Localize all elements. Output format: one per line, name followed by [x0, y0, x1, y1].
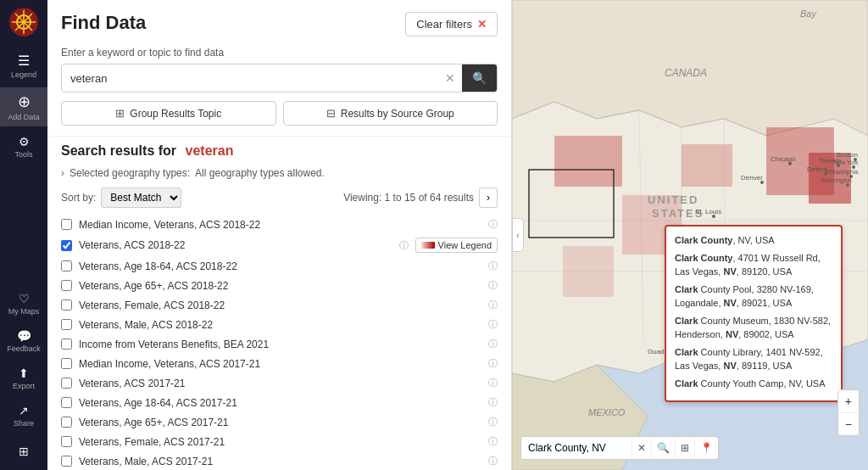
map-location-button[interactable]: 📍 — [694, 438, 718, 458]
group-by-topic-button[interactable]: ⊞ Group Results Topic — [61, 101, 276, 126]
list-item: Veterans, Female, ACS 2018-22ⓘ — [61, 295, 498, 315]
svg-rect-13 — [682, 144, 732, 187]
app-logo[interactable] — [8, 7, 39, 37]
viewing-count: Viewing: 1 to 15 of 64 results — [343, 192, 474, 204]
popup-bold-4: Clark — [675, 316, 698, 326]
search-input[interactable] — [62, 65, 438, 92]
sidebar-item-grid[interactable]: ⊞ — [0, 439, 47, 463]
search-button[interactable]: 🔍 — [462, 64, 497, 92]
main-panel: Find Data Clear filters ✕ Enter a keywor… — [47, 0, 512, 470]
geo-arrow-icon[interactable]: › — [61, 167, 64, 179]
result-label-5: Veterans, Female, ACS 2018-22 — [79, 299, 481, 311]
result-checkbox-9[interactable] — [61, 378, 72, 389]
group-source-label: Results by Source Group — [341, 108, 454, 120]
result-checkbox-6[interactable] — [61, 319, 72, 330]
list-item: Veterans, Age 18-64, ACS 2017-21ⓘ — [61, 393, 498, 412]
result-checkbox-3[interactable] — [61, 260, 72, 271]
sidebar-item-tools[interactable]: ⚙ Tools — [0, 130, 47, 164]
svg-rect-18 — [563, 246, 614, 297]
sidebar-item-add-data[interactable]: ⊕ Add Data — [0, 87, 47, 126]
search-clear-button[interactable]: ✕ — [438, 66, 462, 90]
sidebar-item-label-add-data: Add Data — [8, 113, 40, 121]
group-topic-label: Group Results Topic — [130, 108, 221, 120]
result-label-2: Veterans, ACS 2018-22 — [79, 239, 392, 251]
export-icon: ⬆ — [19, 366, 29, 380]
sidebar-item-share[interactable]: ↗ Share — [0, 399, 47, 433]
sidebar-item-label-share: Share — [14, 419, 34, 428]
zoom-in-button[interactable]: + — [838, 390, 859, 413]
collapse-handle[interactable]: ‹ — [512, 218, 524, 252]
feedback-icon: 💬 — [17, 329, 31, 343]
list-item: Veterans, Age 65+, ACS 2017-21ⓘ — [61, 412, 498, 432]
grid-icon: ⊞ — [19, 445, 29, 458]
svg-text:Chicago: Chicago — [771, 155, 796, 163]
page-title: Find Data — [61, 12, 146, 34]
zoom-controls: + − — [837, 389, 860, 436]
zoom-out-button[interactable]: − — [838, 413, 859, 435]
sidebar-item-label-export: Export — [13, 382, 35, 390]
popup-entry-3: Clark County Pool, 3280 NV-169, Logandal… — [675, 283, 832, 311]
info-icon-3[interactable]: ⓘ — [488, 260, 498, 272]
group-buttons: ⊞ Group Results Topic ⊟ Results by Sourc… — [47, 101, 511, 136]
sort-select[interactable]: Best Match — [101, 187, 181, 208]
result-checkbox-5[interactable] — [61, 299, 72, 311]
legend-icon: ☰ — [18, 53, 30, 69]
result-checkbox-10[interactable] — [61, 397, 72, 408]
result-checkbox-7[interactable] — [61, 339, 72, 350]
info-icon-2[interactable]: ⓘ — [399, 239, 409, 252]
info-icon-9[interactable]: ⓘ — [488, 377, 498, 389]
popup-bold-2: Clark County — [675, 253, 732, 263]
sort-right: Viewing: 1 to 15 of 64 results › — [343, 187, 498, 208]
info-icon-1[interactable]: ⓘ — [488, 218, 498, 231]
list-item: Median Income, Veterans, ACS 2018-22ⓘ — [61, 215, 498, 234]
map-clear-button[interactable]: ✕ — [632, 438, 651, 458]
info-icon-6[interactable]: ⓘ — [488, 318, 498, 331]
result-label-10: Veterans, Age 18-64, ACS 2017-21 — [79, 397, 481, 409]
map-search-button[interactable]: 🔍 — [651, 438, 675, 458]
info-icon-10[interactable]: ⓘ — [488, 396, 498, 409]
map-panel: Bay CANADA UNITED STATES MEXICO Denver C… — [512, 0, 868, 470]
svg-text:CANADA: CANADA — [665, 67, 707, 79]
info-icon-4[interactable]: ⓘ — [488, 279, 498, 292]
result-checkbox-8[interactable] — [61, 358, 72, 369]
view-legend-button-2[interactable]: View Legend — [415, 238, 498, 253]
list-item: Median Income, Veterans, ACS 2017-21ⓘ — [61, 354, 498, 373]
svg-rect-12 — [554, 136, 622, 187]
next-page-button[interactable]: › — [479, 187, 498, 208]
info-icon-7[interactable]: ⓘ — [488, 338, 498, 350]
result-checkbox-11[interactable] — [61, 417, 72, 428]
info-icon-13[interactable]: ⓘ — [488, 455, 498, 467]
info-icon-5[interactable]: ⓘ — [488, 299, 498, 311]
list-item: Veterans, Male, ACS 2018-22ⓘ — [61, 315, 498, 334]
result-checkbox-4[interactable] — [61, 280, 72, 291]
list-item: Veterans, ACS 2018-22ⓘView Legend — [61, 234, 498, 256]
svg-text:Washington: Washington — [821, 177, 852, 184]
group-by-source-button[interactable]: ⊟ Results by Source Group — [283, 101, 498, 126]
map-grid-button[interactable]: ⊞ — [675, 438, 694, 458]
result-label-6: Veterans, Male, ACS 2018-22 — [79, 319, 481, 331]
result-checkbox-2[interactable] — [61, 240, 72, 251]
results-header: Search results for veteran — [47, 136, 511, 164]
sidebar-item-feedback[interactable]: 💬 Feedback — [0, 324, 47, 358]
clear-filters-button[interactable]: Clear filters ✕ — [405, 12, 498, 36]
info-icon-8[interactable]: ⓘ — [488, 357, 498, 370]
info-icon-11[interactable]: ⓘ — [488, 416, 498, 428]
info-icon-12[interactable]: ⓘ — [488, 435, 498, 448]
result-label-11: Veterans, Age 65+, ACS 2017-21 — [79, 417, 481, 428]
tools-icon: ⚙ — [19, 135, 30, 148]
view-legend-label: View Legend — [438, 240, 492, 250]
map-search-input[interactable] — [521, 437, 632, 459]
sidebar-item-my-maps[interactable]: ♡ My Maps — [0, 287, 47, 321]
result-checkbox-12[interactable] — [61, 436, 72, 447]
popup-rest-4: County Museum, 1830 NV-582, Henderson, N… — [675, 316, 831, 340]
popup-rest-1: , NV, USA — [732, 235, 774, 245]
svg-text:Boston: Boston — [837, 151, 858, 159]
svg-text:Detroit: Detroit — [807, 165, 827, 173]
popup-bold-6: Clark — [675, 378, 698, 389]
result-checkbox-13[interactable] — [61, 456, 72, 467]
sidebar-item-export[interactable]: ⬆ Export — [0, 361, 47, 395]
result-checkbox-1[interactable] — [61, 219, 72, 230]
icon-sidebar: ☰ Legend ⊕ Add Data ⚙ Tools ♡ My Maps 💬 … — [0, 0, 47, 470]
sidebar-item-legend[interactable]: ☰ Legend — [0, 48, 47, 84]
svg-text:Denver: Denver — [741, 174, 763, 182]
